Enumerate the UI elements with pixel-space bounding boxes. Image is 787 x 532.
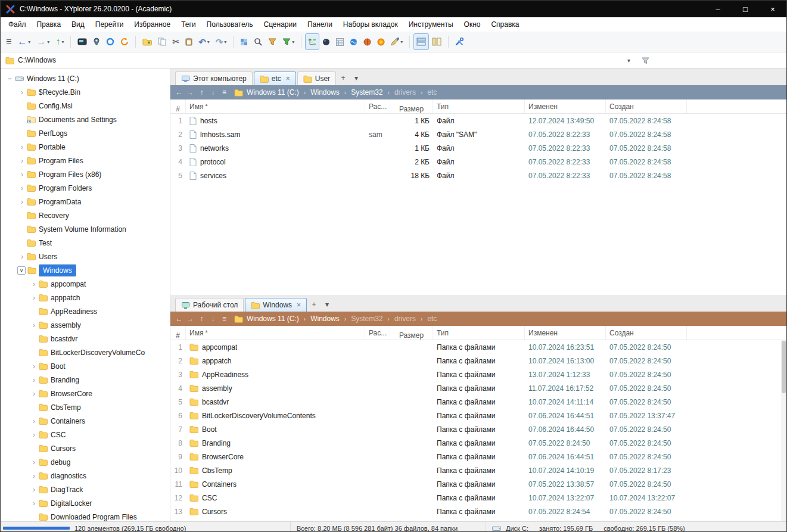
back-icon[interactable]: ←: [174, 315, 184, 323]
column-header[interactable]: Имя▴: [186, 99, 365, 113]
wave-button[interactable]: [347, 33, 360, 50]
undo-button[interactable]: ↶▾: [195, 33, 213, 50]
new-folder-button[interactable]: [139, 33, 155, 50]
file-row[interactable]: 9BrowserCoreПапка с файлами07.06.2024 16…: [170, 450, 786, 463]
down-icon[interactable]: ↓: [208, 88, 218, 97]
screen-button[interactable]: [74, 33, 90, 50]
tree-item[interactable]: ›DigitalLocker: [1, 496, 170, 510]
tools-button[interactable]: [452, 33, 467, 50]
main-menu-toggle-button[interactable]: ≡: [3, 33, 14, 50]
tree-item[interactable]: Documents and Settings: [1, 113, 170, 126]
column-header[interactable]: Создан: [606, 326, 687, 340]
menu-item[interactable]: Сценарии: [258, 18, 301, 30]
file-row[interactable]: 12CSCПапка с файлами10.07.2024 13:22:071…: [170, 491, 786, 505]
address-dropdown-icon[interactable]: ▾: [627, 57, 630, 64]
column-header[interactable]: Тип: [433, 326, 525, 340]
refresh-button[interactable]: [117, 33, 132, 50]
breadcrumb-segment[interactable]: drivers: [394, 315, 416, 323]
new-tab-button[interactable]: +: [308, 298, 320, 310]
expand-icon[interactable]: ›: [29, 499, 39, 508]
tree-item[interactable]: ›Windows 11 (C:): [1, 71, 170, 85]
forward-icon[interactable]: →: [185, 315, 195, 323]
file-row[interactable]: 2lmhosts.samsam4 КБФайл "SAM"07.05.2022 …: [170, 127, 786, 141]
tree-item[interactable]: ›Users: [1, 250, 170, 263]
expand-icon[interactable]: ›: [29, 458, 39, 466]
tree-item[interactable]: Config.Msi: [1, 99, 170, 113]
tree-item[interactable]: ›Branding: [1, 373, 170, 387]
address-input[interactable]: C:\Windows: [18, 56, 56, 64]
tree-item[interactable]: Recovery: [1, 209, 170, 222]
file-row[interactable]: 1appcompatПапка с файлами10.07.2024 16:2…: [170, 340, 786, 354]
tree-item[interactable]: PerfLogs: [1, 126, 170, 140]
column-header[interactable]: Имя▴: [186, 326, 365, 340]
tab[interactable]: Этот компьютер: [175, 71, 253, 85]
ball-button[interactable]: [374, 33, 388, 50]
redo-button[interactable]: ↷▾: [213, 33, 230, 50]
menu-item[interactable]: Пользователь: [201, 18, 259, 30]
menu-item[interactable]: Справка: [486, 18, 524, 30]
filter-button[interactable]: [265, 33, 279, 50]
back-icon[interactable]: ←: [174, 88, 184, 97]
expand-icon[interactable]: ›: [29, 472, 39, 480]
menu-item[interactable]: Файл: [3, 18, 32, 30]
sphere-button[interactable]: [319, 33, 333, 50]
expand-icon[interactable]: ›: [29, 486, 39, 494]
file-row[interactable]: 2apppatchПапка с файлами10.07.2024 16:13…: [170, 354, 786, 368]
column-header[interactable]: Изменен: [525, 99, 606, 113]
expand-icon[interactable]: ›: [29, 294, 39, 302]
crumb-menu-icon[interactable]: ≡: [219, 315, 229, 323]
tree-item[interactable]: ›apppatch: [1, 291, 170, 304]
calculator-button[interactable]: [333, 33, 347, 50]
breadcrumb-segment[interactable]: Windows: [310, 88, 340, 97]
brush-button[interactable]: ▾: [388, 33, 406, 50]
tree-item[interactable]: ›Program Files: [1, 154, 170, 167]
tree-item[interactable]: ›Boot: [1, 359, 170, 373]
expand-icon[interactable]: ›: [29, 362, 39, 371]
tab-list-button[interactable]: ▾: [321, 298, 333, 310]
column-header[interactable]: #: [170, 326, 186, 340]
file-row[interactable]: 13CursorsПапка с файлами07.05.2022 8:24:…: [170, 505, 786, 518]
tree-item[interactable]: ›ProgramData: [1, 195, 170, 209]
breadcrumb-segment[interactable]: drivers: [394, 88, 416, 97]
tree-item[interactable]: Cursors: [1, 441, 170, 455]
tab-close-icon[interactable]: ×: [286, 74, 290, 83]
breadcrumb-segment[interactable]: etc: [427, 88, 437, 97]
collapse-icon[interactable]: ›: [6, 74, 14, 83]
file-row[interactable]: 8BrandingПапка с файлами07.05.2022 8:24:…: [170, 436, 786, 450]
menu-item[interactable]: Инструменты: [403, 18, 459, 30]
tab[interactable]: User: [297, 71, 336, 85]
file-row[interactable]: 7BootПапка с файлами07.06.2024 16:44:500…: [170, 422, 786, 436]
tree-item[interactable]: ›Containers: [1, 414, 170, 428]
file-row[interactable]: 4assemblyПапка с файлами11.07.2024 16:17…: [170, 381, 786, 395]
up-icon[interactable]: ↑: [197, 315, 207, 323]
menu-item[interactable]: Окно: [459, 18, 486, 30]
address-filter-icon[interactable]: [642, 57, 649, 64]
tree-item[interactable]: CbsTemp: [1, 400, 170, 414]
tree-item[interactable]: ›assembly: [1, 318, 170, 332]
file-row[interactable]: 5services18 КБФайл07.05.2022 8:22:3307.0…: [170, 169, 786, 182]
tree-item[interactable]: ∨Windows: [1, 263, 170, 277]
tree-item[interactable]: Test: [1, 236, 170, 250]
views-button[interactable]: [237, 33, 251, 50]
breadcrumb-segment[interactable]: System32: [351, 315, 382, 323]
back-button[interactable]: ←▾: [14, 33, 33, 50]
expand-icon[interactable]: ›: [17, 143, 27, 151]
cut-button[interactable]: ✂: [169, 33, 182, 50]
tree-item[interactable]: ›CSC: [1, 428, 170, 441]
up-button[interactable]: ↑▾: [52, 33, 67, 50]
location-pin-button[interactable]: [90, 33, 103, 50]
menu-item[interactable]: Избранное: [129, 18, 176, 30]
file-row[interactable]: 10CbsTempПапка с файлами10.07.2024 14:10…: [170, 463, 786, 477]
tree-item[interactable]: ›DiagTrack: [1, 483, 170, 496]
tree-item[interactable]: ›debug: [1, 455, 170, 469]
tree-item[interactable]: ›diagnostics: [1, 469, 170, 483]
column-header[interactable]: #: [170, 99, 186, 113]
new-tab-button[interactable]: +: [337, 72, 349, 84]
copy-button[interactable]: [155, 33, 169, 50]
expand-icon[interactable]: ›: [29, 431, 39, 439]
zoom-button[interactable]: [103, 33, 117, 50]
minimize-button[interactable]: –: [704, 1, 732, 17]
dual-pane-vertical-button[interactable]: [429, 33, 444, 50]
vertical-scrollbar[interactable]: [781, 340, 786, 521]
expand-icon[interactable]: ›: [17, 88, 27, 97]
